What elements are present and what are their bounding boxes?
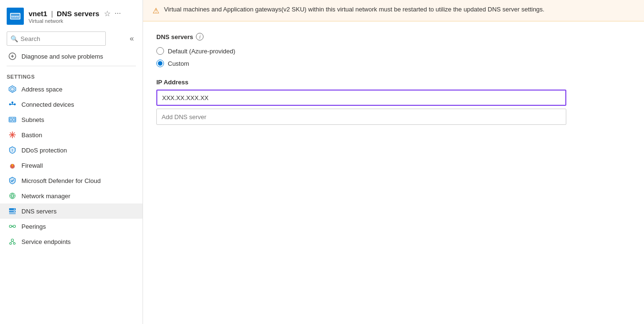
svg-point-38	[11, 239, 14, 242]
sidebar-item-dns-servers[interactable]: DNS servers	[0, 203, 143, 219]
sidebar-item-label-network-manager: Network manager	[21, 192, 71, 200]
bastion-icon	[8, 131, 17, 139]
resource-subtitle: Virtual network	[29, 18, 121, 24]
svg-point-11	[11, 101, 13, 103]
favorite-icon[interactable]: ☆	[104, 9, 111, 18]
sidebar-item-bastion[interactable]: Bastion	[0, 127, 143, 142]
defender-icon	[8, 176, 17, 185]
sidebar-nav: Diagnose and solve problems Settings Add…	[0, 49, 143, 249]
svg-rect-14	[10, 118, 12, 121]
sidebar-title-group: vnet1 | DNS servers ☆ ··· Virtual networ…	[29, 9, 121, 24]
dns-radio-group: Default (Azure-provided) Custom	[156, 47, 631, 67]
sidebar-divider	[7, 66, 136, 66]
sidebar-item-label-peerings: Peerings	[21, 223, 46, 230]
vnet-icon: www	[10, 12, 20, 20]
network-manager-icon	[8, 192, 17, 200]
svg-line-41	[10, 242, 12, 243]
svg-point-31	[14, 209, 15, 210]
sidebar-item-label-service-endpoints: Service endpoints	[21, 238, 71, 245]
sidebar-item-label-bastion: Bastion	[21, 132, 42, 139]
settings-section-label: Settings	[0, 68, 143, 81]
sidebar-item-address-space[interactable]: Address space	[0, 81, 143, 97]
ddos-icon: !	[8, 146, 17, 154]
svg-point-8	[9, 103, 11, 105]
sidebar-item-subnets[interactable]: Subnets	[0, 112, 143, 127]
search-wrapper: 🔍	[7, 31, 125, 46]
radio-input-custom[interactable]	[156, 60, 164, 67]
sidebar-item-label-firewall: Firewall	[21, 162, 43, 169]
svg-point-40	[13, 243, 15, 244]
sidebar-item-diagnose[interactable]: Diagnose and solve problems	[0, 49, 143, 64]
ddos-svg: !	[9, 146, 16, 154]
radio-label-custom: Custom	[168, 60, 189, 67]
service-endpoints-icon	[8, 237, 17, 246]
diagnose-icon	[8, 52, 17, 61]
defender-svg	[9, 177, 16, 184]
firewall-svg	[9, 162, 16, 169]
radio-label-default: Default (Azure-provided)	[168, 48, 235, 55]
svg-point-39	[10, 243, 11, 244]
sidebar-item-label-ddos: DDoS protection	[21, 147, 67, 154]
svg-text:www: www	[11, 15, 20, 18]
dns-servers-svg	[9, 207, 16, 215]
search-input[interactable]	[7, 31, 106, 46]
svg-point-9	[14, 103, 16, 105]
dns-servers-section-label: DNS servers i	[156, 33, 631, 40]
svg-point-33	[10, 225, 12, 228]
connected-devices-icon	[8, 100, 17, 109]
sidebar-item-label-subnets: Subnets	[21, 116, 44, 123]
sidebar: www vnet1 | DNS servers ☆ ··· Virtual ne…	[0, 0, 143, 324]
svg-rect-15	[13, 118, 15, 121]
resource-name: vnet1	[29, 10, 47, 18]
dns-label-text: DNS servers	[156, 33, 193, 40]
firewall-icon	[8, 161, 17, 170]
sidebar-item-service-endpoints[interactable]: Service endpoints	[0, 234, 143, 249]
sidebar-title-row: vnet1 | DNS servers ☆ ···	[29, 9, 121, 18]
svg-rect-30	[9, 213, 16, 214]
svg-marker-7	[10, 87, 14, 91]
radio-default[interactable]: Default (Azure-provided)	[156, 47, 631, 55]
collapse-button[interactable]: «	[128, 33, 136, 44]
dns-servers-icon	[8, 207, 17, 215]
radio-input-default[interactable]	[156, 47, 164, 55]
diagnose-svg	[9, 52, 16, 60]
dns-content: DNS servers i Default (Azure-provided) C…	[143, 21, 644, 136]
sidebar-item-firewall[interactable]: Firewall	[0, 158, 143, 173]
address-space-svg	[9, 85, 16, 93]
svg-point-32	[14, 211, 15, 212]
resource-icon: www	[7, 8, 24, 25]
sidebar-item-defender[interactable]: Microsoft Defender for Cloud	[0, 173, 143, 188]
sidebar-header: www vnet1 | DNS servers ☆ ··· Virtual ne…	[0, 0, 143, 29]
add-dns-server-input[interactable]	[156, 109, 566, 125]
peerings-icon	[8, 222, 17, 231]
svg-line-42	[12, 242, 14, 243]
peerings-svg	[9, 223, 16, 230]
service-endpoints-svg	[9, 238, 16, 245]
alert-icon: ⚠	[153, 6, 159, 15]
sidebar-item-label-diagnose: Diagnose and solve problems	[21, 53, 103, 60]
sidebar-item-label-defender: Microsoft Defender for Cloud	[21, 177, 101, 184]
svg-text:!: !	[12, 149, 13, 152]
radio-custom[interactable]: Custom	[156, 60, 631, 67]
ip-address-input[interactable]	[156, 90, 566, 106]
sidebar-item-ddos[interactable]: ! DDoS protection	[0, 142, 143, 158]
svg-point-24	[12, 164, 13, 166]
page-title: DNS servers	[57, 10, 99, 18]
connected-devices-svg	[9, 101, 16, 108]
subnets-icon	[8, 115, 17, 124]
ip-address-section: IP Address	[156, 79, 631, 125]
subnets-svg	[9, 116, 16, 123]
title-separator: |	[51, 10, 53, 18]
sidebar-item-connected-devices[interactable]: Connected devices	[0, 97, 143, 112]
search-row: 🔍 «	[0, 29, 143, 49]
address-space-icon	[8, 85, 17, 93]
svg-point-34	[13, 225, 16, 228]
sidebar-item-network-manager[interactable]: Network manager	[0, 188, 143, 203]
main-content: ⚠ Virtual machines and Application gatew…	[143, 0, 644, 324]
more-options-icon[interactable]: ···	[114, 9, 121, 18]
sidebar-item-peerings[interactable]: Peerings	[0, 219, 143, 234]
dns-info-icon[interactable]: i	[196, 33, 204, 40]
alert-banner: ⚠ Virtual machines and Application gatew…	[143, 0, 644, 21]
alert-message: Virtual machines and Application gateway…	[164, 6, 544, 13]
network-manager-svg	[9, 192, 16, 200]
